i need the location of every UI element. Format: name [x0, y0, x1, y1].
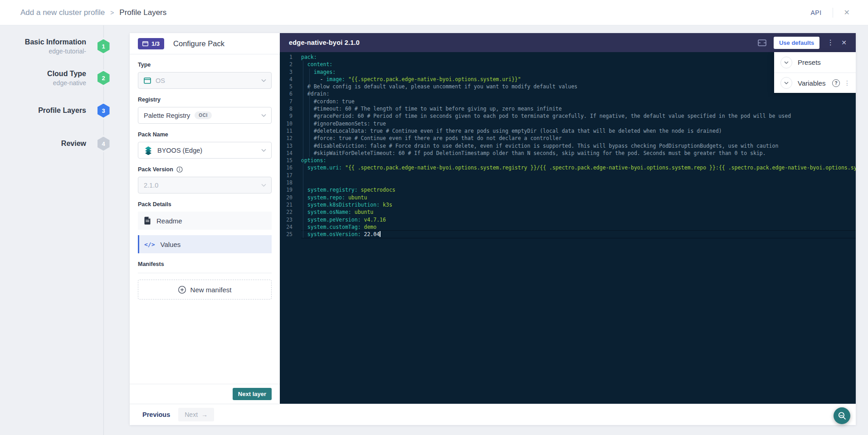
code-line[interactable]: #skipWaitForDeleteTimeout: 60 # If pod D…: [301, 150, 856, 157]
new-manifest-button[interactable]: New manifest: [138, 280, 272, 300]
breadcrumb-current: Profile Layers: [119, 8, 166, 17]
line-number: 5: [280, 83, 293, 90]
split-view-icon[interactable]: [758, 39, 766, 46]
step-title: Profile Layers: [0, 106, 86, 115]
code-content[interactable]: pack: content: images: - image: "{{.spec…: [301, 53, 856, 404]
code-line[interactable]: #timeout: 60 # The length of time to wai…: [301, 105, 856, 112]
profile-layers-card: 1/3 Configure Pack Type OS Registry Pale…: [130, 33, 856, 425]
code-line[interactable]: system.k8sDistribution: k3s: [301, 201, 856, 208]
code-icon: </>: [144, 241, 155, 248]
editor-pack-title: edge-native-byoi 2.1.0: [289, 39, 360, 46]
code-line[interactable]: #deleteLocalData: true # Continue even i…: [301, 127, 856, 135]
use-defaults-button[interactable]: Use defaults: [774, 37, 819, 49]
wizard-close-icon[interactable]: ✕: [844, 8, 850, 17]
pack-version-select[interactable]: 2.1.0: [138, 177, 272, 193]
line-number: 2: [280, 61, 293, 68]
line-number: 8: [280, 105, 293, 112]
code-line[interactable]: system.osVersion: 22.04: [301, 231, 856, 238]
help-widget-button[interactable]: [834, 407, 850, 424]
indent-guide: [309, 68, 310, 157]
chevron-down-icon: [261, 149, 266, 152]
code-line[interactable]: system.repo: ubuntu: [301, 194, 856, 201]
next-button[interactable]: Next →: [178, 408, 214, 421]
code-line[interactable]: system.customTag: demo: [301, 223, 856, 231]
readme-tab[interactable]: Readme: [138, 212, 272, 230]
code-line[interactable]: #ignoreDaemonSets: true: [301, 120, 856, 127]
configure-pack-title: Configure Pack: [173, 39, 224, 48]
code-line[interactable]: system.osName: ubuntu: [301, 208, 856, 216]
presets-variables-panel: Presets Variables ? ⋮: [774, 52, 856, 93]
step-title: Review: [0, 139, 86, 148]
step-hexagon: 3: [96, 102, 111, 119]
line-number: 16: [280, 164, 293, 171]
registry-select[interactable]: Palette Registry OCI: [138, 107, 272, 124]
pack-step-badge: 1/3: [138, 38, 164, 49]
arrow-right-icon: →: [201, 411, 208, 418]
editor-header: edge-native-byoi 2.1.0 Use defaults ⋮ ✕: [280, 33, 856, 52]
code-editor-area[interactable]: 1234567891011121314151617181920212223242…: [280, 52, 856, 404]
variables-label: Variables: [798, 79, 825, 87]
line-number: 25: [280, 231, 293, 238]
step-number: 2: [98, 71, 110, 85]
code-line[interactable]: options:: [301, 157, 856, 164]
step-subtitle: edge-native: [0, 78, 86, 87]
line-number: 10: [280, 120, 293, 127]
plus-circle-icon: [178, 286, 186, 294]
next-layer-button[interactable]: Next layer: [233, 388, 272, 400]
pack-details-label: Pack Details: [138, 201, 272, 208]
step-number: 4: [98, 137, 110, 151]
indent-guide: [303, 61, 303, 238]
editor-close-icon[interactable]: ✕: [841, 39, 847, 46]
code-line[interactable]: #cordon: true: [301, 98, 856, 105]
manifests-divider: [138, 273, 272, 273]
line-number: 18: [280, 179, 293, 186]
code-line[interactable]: #drain:: [301, 90, 856, 97]
line-number: 11: [280, 127, 293, 135]
presets-row[interactable]: Presets: [774, 52, 856, 72]
previous-button[interactable]: Previous: [142, 411, 170, 418]
document-icon: [144, 217, 151, 225]
presets-label: Presets: [798, 58, 821, 66]
pack-name-label: Pack Name: [138, 131, 272, 138]
variables-help-icon[interactable]: ?: [832, 79, 840, 87]
byoos-pack-icon: [144, 146, 153, 155]
pack-name-select[interactable]: BYOOS (Edge): [138, 142, 272, 159]
manifests-label: Manifests: [138, 261, 272, 267]
chevron-down-icon: [261, 79, 266, 82]
code-line[interactable]: #gracePeriod: 60 # Period of time in sec…: [301, 112, 856, 120]
info-icon[interactable]: [176, 166, 183, 173]
code-line[interactable]: # Below config is default value, please …: [301, 83, 856, 90]
step-number: 3: [98, 104, 110, 118]
line-number: 24: [280, 223, 293, 231]
code-line[interactable]: [301, 179, 856, 186]
values-tab[interactable]: </> Values: [138, 235, 272, 253]
type-select[interactable]: OS: [138, 72, 272, 89]
code-line[interactable]: system.uri: "{{ .spectro.pack.edge-nativ…: [301, 164, 856, 171]
line-number: 3: [280, 68, 293, 76]
code-line[interactable]: pack:: [301, 53, 856, 61]
code-line[interactable]: #force: true # Continue even if there ar…: [301, 135, 856, 142]
type-label: Type: [138, 62, 272, 68]
code-line[interactable]: #disableEviction: false # Force drain to…: [301, 142, 856, 150]
code-line[interactable]: content:: [301, 61, 856, 68]
wizard-footer: Previous Next →: [130, 404, 856, 425]
line-number: 4: [280, 76, 293, 83]
search-help-icon: [838, 411, 847, 420]
variables-kebab-icon[interactable]: ⋮: [844, 80, 850, 86]
code-line[interactable]: images:: [301, 68, 856, 76]
pack-version-label: Pack Version: [138, 166, 272, 173]
line-number: 15: [280, 157, 293, 164]
presets-expand-button[interactable]: [780, 57, 792, 68]
api-button[interactable]: API: [811, 9, 822, 16]
code-line[interactable]: - image: "{{.spectro.pack.edge-native-by…: [301, 76, 856, 83]
code-line[interactable]: [301, 172, 856, 179]
code-line[interactable]: system.peVersion: v4.7.16: [301, 216, 856, 223]
line-number: 20: [280, 194, 293, 201]
editor-kebab-menu-icon[interactable]: ⋮: [827, 39, 834, 46]
variables-expand-button[interactable]: [780, 77, 792, 89]
variables-row[interactable]: Variables ? ⋮: [774, 72, 856, 93]
line-number: 21: [280, 201, 293, 208]
breadcrumb-parent-link[interactable]: Add a new cluster profile: [20, 8, 105, 17]
line-number: 23: [280, 216, 293, 223]
code-line[interactable]: system.registry: spectrodocs: [301, 186, 856, 193]
